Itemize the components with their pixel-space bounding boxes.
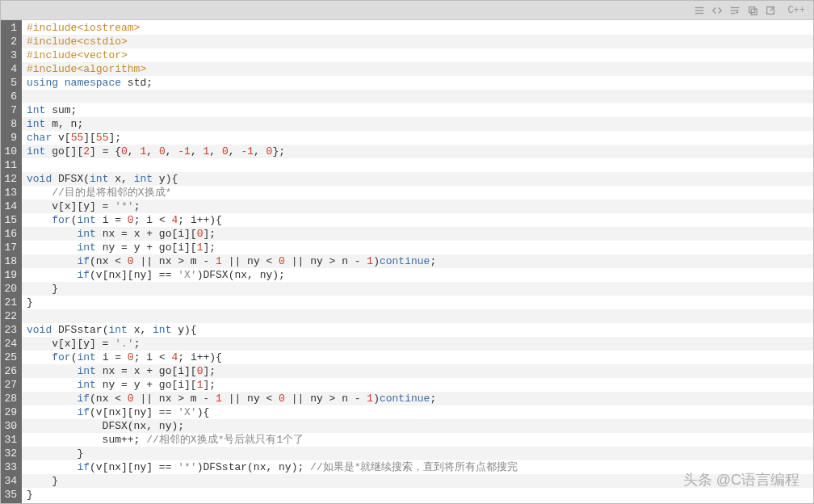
line-number: 17 bbox=[1, 241, 22, 254]
code-line[interactable]: #include<vector> bbox=[22, 48, 813, 62]
code-line[interactable]: void DFSstar(int x, int y){ bbox=[22, 323, 813, 337]
line-number: 1 bbox=[1, 21, 22, 35]
line-number: 22 bbox=[1, 309, 22, 323]
code-line[interactable] bbox=[22, 90, 813, 103]
code-line[interactable]: if(nx < 0 || nx > m - 1 || ny < 0 || ny … bbox=[22, 254, 813, 268]
line-number: 3 bbox=[1, 48, 22, 62]
line-number: 31 bbox=[1, 433, 22, 447]
code-line[interactable]: #include<cstdio> bbox=[22, 35, 813, 48]
code-line[interactable]: int ny = y + go[i][1]; bbox=[22, 378, 813, 392]
line-number: 27 bbox=[1, 378, 22, 392]
line-gutter: 1234567891011121314151617181920212223242… bbox=[1, 20, 22, 503]
line-number: 26 bbox=[1, 364, 22, 378]
line-number: 14 bbox=[1, 200, 22, 213]
line-number: 20 bbox=[1, 282, 22, 296]
code-line[interactable]: #include<iostream> bbox=[22, 21, 813, 35]
code-line[interactable]: int sum; bbox=[22, 103, 813, 117]
svg-rect-6 bbox=[749, 6, 755, 12]
line-number: 16 bbox=[1, 227, 22, 241]
code-line[interactable]: int nx = x + go[i][0]; bbox=[22, 364, 813, 378]
code-line[interactable]: if(v[nx][ny] == '*')DFSstar(nx, ny); //如… bbox=[22, 460, 813, 474]
code-line[interactable]: void DFSX(int x, int y){ bbox=[22, 172, 813, 186]
code-line[interactable] bbox=[22, 309, 813, 323]
code-line[interactable]: if(v[nx][ny] == 'X')DFSX(nx, ny); bbox=[22, 268, 813, 282]
line-number: 23 bbox=[1, 323, 22, 337]
code-line[interactable]: } bbox=[22, 488, 813, 502]
line-number: 21 bbox=[1, 296, 22, 309]
line-number: 4 bbox=[1, 62, 22, 76]
line-number: 11 bbox=[1, 158, 22, 172]
line-number: 33 bbox=[1, 460, 22, 474]
line-number: 13 bbox=[1, 186, 22, 200]
language-label: C++ bbox=[784, 5, 808, 16]
line-number: 30 bbox=[1, 419, 22, 433]
code-icon[interactable] bbox=[710, 3, 724, 18]
menu-icon[interactable] bbox=[692, 3, 707, 18]
line-number: 9 bbox=[1, 131, 22, 145]
line-number: 18 bbox=[1, 254, 22, 268]
code-content[interactable]: #include<iostream>#include<cstdio>#inclu… bbox=[22, 20, 813, 503]
line-number: 8 bbox=[1, 117, 22, 131]
code-line[interactable]: int ny = y + go[i][1]; bbox=[22, 241, 813, 254]
line-number: 10 bbox=[1, 145, 22, 158]
line-number: 6 bbox=[1, 90, 22, 103]
code-line[interactable]: sum++; //相邻的X换成*号后就只有1个了 bbox=[22, 433, 813, 447]
code-line[interactable]: } bbox=[22, 474, 813, 488]
code-line[interactable]: } bbox=[22, 447, 813, 460]
line-number: 35 bbox=[1, 488, 22, 502]
code-line[interactable]: for(int i = 0; i < 4; i++){ bbox=[22, 213, 813, 227]
line-number: 29 bbox=[1, 405, 22, 419]
wrap-icon[interactable] bbox=[728, 3, 742, 18]
code-line[interactable]: if(v[nx][ny] == 'X'){ bbox=[22, 405, 813, 419]
code-line[interactable]: } bbox=[22, 296, 813, 309]
line-number: 12 bbox=[1, 172, 22, 186]
code-line[interactable]: if(nx < 0 || nx > m - 1 || ny < 0 || ny … bbox=[22, 392, 813, 405]
line-number: 28 bbox=[1, 392, 22, 405]
line-number: 2 bbox=[1, 35, 22, 48]
code-line[interactable]: //目的是将相邻的X换成* bbox=[22, 186, 813, 200]
line-number: 5 bbox=[1, 76, 22, 90]
code-area[interactable]: 1234567891011121314151617181920212223242… bbox=[1, 20, 813, 503]
popout-icon[interactable] bbox=[763, 3, 778, 18]
code-line[interactable]: DFSX(nx, ny); bbox=[22, 419, 813, 433]
editor-toolbar: C++ bbox=[1, 1, 813, 20]
code-line[interactable]: int nx = x + go[i][0]; bbox=[22, 227, 813, 241]
code-line[interactable]: char v[55][55]; bbox=[22, 131, 813, 145]
code-line[interactable]: for(int i = 0; i < 4; i++){ bbox=[22, 351, 813, 364]
code-line[interactable]: #include<algorithm> bbox=[22, 62, 813, 76]
line-number: 19 bbox=[1, 268, 22, 282]
code-line[interactable]: v[x][y] = '.'; bbox=[22, 337, 813, 351]
code-line[interactable]: int go[][2] = {0, 1, 0, -1, 1, 0, -1, 0}… bbox=[22, 145, 813, 158]
line-number: 24 bbox=[1, 337, 22, 351]
code-line[interactable]: v[x][y] = '*'; bbox=[22, 200, 813, 213]
code-line[interactable]: using namespace std; bbox=[22, 76, 813, 90]
svg-rect-7 bbox=[752, 9, 757, 15]
code-line[interactable] bbox=[22, 158, 813, 172]
line-number: 25 bbox=[1, 351, 22, 364]
line-number: 15 bbox=[1, 213, 22, 227]
code-editor-frame: C++ 123456789101112131415161718192021222… bbox=[0, 0, 814, 504]
line-number: 34 bbox=[1, 474, 22, 488]
code-line[interactable]: } bbox=[22, 282, 813, 296]
code-line[interactable]: int m, n; bbox=[22, 117, 813, 131]
line-number: 32 bbox=[1, 447, 22, 460]
line-number: 7 bbox=[1, 103, 22, 117]
copy-icon[interactable] bbox=[745, 3, 760, 18]
